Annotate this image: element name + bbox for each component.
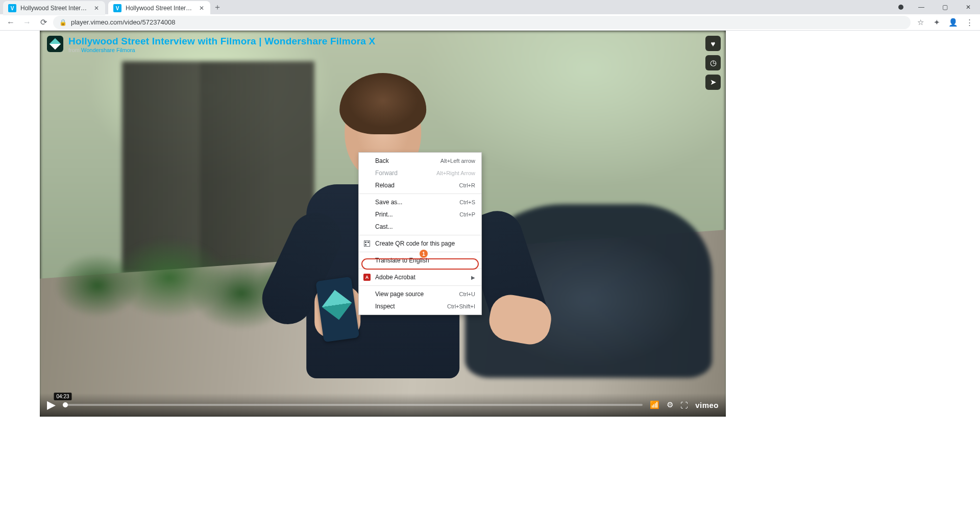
ctx-shortcut: Alt+Left arrow bbox=[440, 158, 475, 164]
menu-button[interactable]: ⋮ bbox=[963, 16, 976, 29]
from-label: from bbox=[68, 47, 81, 53]
video-controls: ▶ 04:23 📶 ⚙ ⛶ vimeo bbox=[40, 393, 726, 417]
reload-button[interactable]: ⟳ bbox=[37, 16, 50, 29]
watch-later-button[interactable]: ◷ bbox=[705, 55, 721, 70]
extensions-icon[interactable]: ✦ bbox=[930, 16, 943, 29]
ctx-label: Reload bbox=[375, 182, 395, 189]
like-button[interactable]: ♥ bbox=[705, 36, 721, 51]
ctx-separator bbox=[359, 285, 481, 286]
tab-title: Hollywood Street Interview with … bbox=[20, 5, 89, 12]
window-maximize-button[interactable]: ▢ bbox=[933, 0, 957, 14]
video-title-overlay: Hollywood Street Interview with Filmora … bbox=[47, 36, 375, 53]
timecode-tooltip: 04:23 bbox=[54, 393, 71, 400]
ctx-forward: Forward Alt+Right Arrow bbox=[359, 167, 481, 179]
author-link[interactable]: Wondershare Filmora bbox=[81, 47, 135, 53]
vimeo-favicon-icon: V bbox=[113, 4, 121, 12]
fullscreen-icon[interactable]: ⛶ bbox=[680, 401, 688, 409]
ctx-print[interactable]: Print... Ctrl+P bbox=[359, 208, 481, 221]
ctx-shortcut: Ctrl+Shift+I bbox=[447, 303, 475, 309]
profile-avatar-icon[interactable]: 👤 bbox=[946, 16, 960, 29]
ctx-shortcut: Ctrl+S bbox=[459, 199, 475, 205]
back-button[interactable]: ← bbox=[4, 16, 17, 29]
ctx-inspect[interactable]: Inspect Ctrl+Shift+I bbox=[359, 300, 481, 312]
page-content: Hollywood Street Interview with Filmora … bbox=[0, 31, 980, 531]
vimeo-logo[interactable]: vimeo bbox=[695, 401, 719, 409]
progress-bar[interactable]: 04:23 bbox=[63, 404, 643, 406]
bookmark-star-icon[interactable]: ☆ bbox=[914, 16, 927, 29]
ctx-create-qr[interactable]: Create QR code for this page bbox=[359, 237, 481, 250]
address-bar[interactable]: 🔒 player.vimeo.com/video/572374008 bbox=[53, 16, 911, 29]
ctx-save-as[interactable]: Save as... Ctrl+S bbox=[359, 196, 481, 208]
url-text: player.vimeo.com/video/572374008 bbox=[71, 18, 176, 26]
browser-tabstrip: V Hollywood Street Interview with … ✕ V … bbox=[0, 0, 980, 14]
new-tab-button[interactable]: ＋ bbox=[210, 0, 225, 14]
ctx-separator bbox=[359, 235, 481, 235]
settings-gear-icon[interactable]: ⚙ bbox=[667, 400, 673, 409]
window-close-button[interactable]: ✕ bbox=[957, 0, 980, 14]
tab-title: Hollywood Street Interview with … bbox=[126, 5, 194, 12]
ctx-label: View page source bbox=[375, 291, 424, 298]
lock-icon: 🔒 bbox=[59, 19, 67, 26]
browser-tab[interactable]: V Hollywood Street Interview with … ✕ bbox=[3, 1, 105, 15]
volume-icon[interactable]: 📶 bbox=[650, 400, 659, 409]
close-tab-icon[interactable]: ✕ bbox=[93, 5, 100, 12]
ctx-cast[interactable]: Cast... bbox=[359, 221, 481, 233]
ctx-label: Translate to English bbox=[375, 257, 429, 264]
vimeo-favicon-icon: V bbox=[8, 4, 16, 12]
ctx-separator bbox=[359, 194, 481, 194]
video-title[interactable]: Hollywood Street Interview with Filmora … bbox=[68, 36, 375, 47]
filmora-logo-icon bbox=[47, 36, 63, 52]
acrobat-icon: A bbox=[363, 273, 371, 281]
ctx-adobe-acrobat[interactable]: A Adobe Acrobat ▶ bbox=[359, 271, 481, 283]
window-controls: — ▢ ✕ bbox=[892, 0, 980, 14]
ctx-label: Inspect bbox=[375, 303, 395, 310]
browser-toolbar: ← → ⟳ 🔒 player.vimeo.com/video/572374008… bbox=[0, 14, 980, 31]
ctx-shortcut: Ctrl+P bbox=[459, 211, 475, 218]
ctx-label: Cast... bbox=[375, 223, 393, 230]
ctx-label: Print... bbox=[375, 211, 393, 218]
close-tab-icon[interactable]: ✕ bbox=[198, 5, 205, 12]
video-author-line: from Wondershare Filmora bbox=[68, 47, 375, 53]
progress-knob[interactable] bbox=[63, 402, 68, 407]
video-side-actions: ♥ ◷ ➤ bbox=[705, 36, 721, 90]
ctx-translate[interactable]: Translate to English bbox=[359, 254, 481, 267]
qr-icon bbox=[363, 239, 371, 248]
ctx-shortcut: Ctrl+R bbox=[459, 182, 475, 188]
ctx-label: Save as... bbox=[375, 199, 402, 206]
context-menu: Back Alt+Left arrow Forward Alt+Right Ar… bbox=[358, 152, 482, 315]
forward-button: → bbox=[20, 16, 34, 29]
ctx-shortcut: Ctrl+U bbox=[459, 291, 475, 297]
share-button[interactable]: ➤ bbox=[705, 75, 721, 90]
record-indicator-icon[interactable] bbox=[892, 0, 910, 14]
ctx-separator bbox=[359, 269, 481, 269]
ctx-back[interactable]: Back Alt+Left arrow bbox=[359, 155, 481, 167]
ctx-label: Back bbox=[375, 157, 389, 164]
ctx-label: Forward bbox=[375, 170, 398, 177]
ctx-label: Adobe Acrobat bbox=[375, 274, 415, 281]
browser-tab-active[interactable]: V Hollywood Street Interview with … ✕ bbox=[108, 1, 210, 15]
submenu-arrow-icon: ▶ bbox=[471, 275, 475, 280]
ctx-label: Create QR code for this page bbox=[375, 240, 455, 247]
ctx-view-page-source[interactable]: View page source Ctrl+U bbox=[359, 288, 481, 300]
ctx-separator bbox=[359, 252, 481, 252]
window-minimize-button[interactable]: — bbox=[910, 0, 933, 14]
ctx-shortcut: Alt+Right Arrow bbox=[436, 170, 475, 176]
ctx-reload[interactable]: Reload Ctrl+R bbox=[359, 179, 481, 191]
